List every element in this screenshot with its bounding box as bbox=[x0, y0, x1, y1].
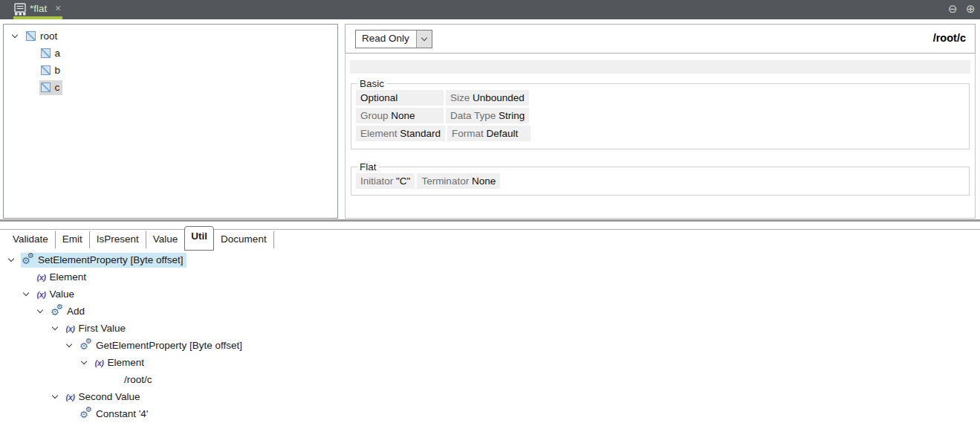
property-chip: Optional bbox=[356, 90, 444, 106]
tree-item-label: a bbox=[55, 48, 61, 59]
properties-header: Read Only /root/c bbox=[345, 24, 976, 54]
tree-item[interactable]: /root/c bbox=[0, 371, 980, 388]
tree-item-label: Element bbox=[107, 357, 144, 368]
expander[interactable] bbox=[11, 36, 25, 37]
collapse-icon[interactable]: ⊖ bbox=[948, 2, 958, 16]
variable-icon: (x) bbox=[66, 324, 75, 333]
script-tree: ⚙⚙SetElementProperty [Byte offset](x)Ele… bbox=[0, 251, 980, 422]
element-icon bbox=[41, 48, 51, 58]
chevron-down-icon[interactable] bbox=[80, 358, 86, 364]
row-content: (x)Second Value bbox=[65, 390, 143, 404]
property-value: None bbox=[391, 110, 415, 121]
property-label: Group bbox=[360, 110, 391, 121]
chevron-down-icon[interactable] bbox=[66, 341, 72, 346]
tree-item-label: GetElementProperty [Byte offset] bbox=[96, 340, 242, 351]
row-content: root bbox=[25, 29, 60, 44]
function-gear-icon: ⚙⚙ bbox=[22, 254, 35, 266]
property-label: Initiator bbox=[360, 175, 396, 187]
tree-item[interactable]: root bbox=[4, 28, 337, 45]
tree-item-label: Value bbox=[49, 288, 74, 300]
element-icon bbox=[41, 83, 51, 92]
row-content: ⚙⚙Add bbox=[50, 304, 88, 319]
tree-item[interactable]: a bbox=[4, 45, 337, 62]
row-content: (x)First Value bbox=[65, 321, 129, 336]
tree-item[interactable]: ⚙⚙Constant '4' bbox=[0, 405, 980, 422]
property-value: Standard bbox=[400, 128, 441, 139]
tree-item[interactable]: (x)First Value bbox=[0, 320, 980, 337]
expander[interactable] bbox=[7, 259, 21, 261]
tree-item[interactable]: ⚙⚙Add bbox=[0, 303, 980, 320]
property-value: Unbounded bbox=[473, 92, 525, 103]
expander[interactable] bbox=[80, 362, 94, 364]
property-value: Optional bbox=[360, 92, 397, 103]
tree-item-label: Constant '4' bbox=[96, 408, 148, 419]
function-gear-icon: ⚙⚙ bbox=[80, 339, 93, 352]
expander[interactable] bbox=[51, 396, 65, 398]
element-icon bbox=[26, 31, 36, 41]
row-content: (x)Element bbox=[36, 270, 89, 285]
flat-group: Flat Initiator "C"Terminator None bbox=[351, 161, 970, 196]
tree-item-label: b bbox=[55, 65, 61, 76]
row-content: ⚙⚙Constant '4' bbox=[79, 407, 151, 422]
basic-group: Basic OptionalSize UnboundedGroup NoneDa… bbox=[351, 78, 970, 149]
tree-item[interactable]: (x)Element bbox=[0, 268, 980, 286]
property-value: None bbox=[472, 175, 496, 187]
tree-item[interactable]: (x)Element bbox=[0, 354, 980, 371]
document-type-icon bbox=[14, 3, 27, 16]
description-bar bbox=[350, 60, 970, 74]
variable-icon: (x) bbox=[95, 358, 104, 367]
mode-select[interactable]: Read Only bbox=[355, 30, 432, 48]
expander[interactable] bbox=[51, 328, 65, 329]
chevron-down-icon[interactable] bbox=[416, 30, 432, 48]
script-panel: ValidateEmitIsPresentValueUtilDocument ⚙… bbox=[0, 222, 980, 432]
tree-item[interactable]: (x)Second Value bbox=[0, 388, 980, 405]
property-value: String bbox=[499, 110, 525, 121]
document-tab-label[interactable]: *flat bbox=[30, 3, 47, 14]
property-chip: Initiator "C" bbox=[356, 173, 415, 189]
function-gear-icon: ⚙⚙ bbox=[80, 407, 93, 420]
tree-item[interactable]: c bbox=[4, 79, 337, 96]
active-tab-underline bbox=[13, 16, 62, 19]
chevron-down-icon[interactable] bbox=[51, 323, 57, 329]
row-content: b bbox=[39, 63, 64, 78]
tab-ispresent[interactable]: IsPresent bbox=[90, 231, 146, 249]
chevron-down-icon[interactable] bbox=[37, 306, 43, 312]
tree-item-label: /root/c bbox=[124, 374, 152, 385]
tab-validate[interactable]: Validate bbox=[6, 231, 56, 249]
expander[interactable] bbox=[36, 311, 50, 312]
variable-icon: (x) bbox=[37, 290, 46, 299]
tree-item[interactable]: ⚙⚙SetElementProperty [Byte offset] bbox=[0, 251, 980, 268]
chevron-down-icon[interactable] bbox=[8, 255, 14, 261]
flat-group-legend: Flat bbox=[357, 161, 379, 173]
property-row: OptionalSize Unbounded bbox=[356, 90, 964, 106]
tab-util[interactable]: Util bbox=[184, 226, 214, 251]
property-chip: Format Default bbox=[447, 126, 530, 141]
chevron-down-icon[interactable] bbox=[51, 392, 57, 398]
chevron-down-icon[interactable] bbox=[12, 31, 18, 37]
row-content: ⚙⚙GetElementProperty [Byte offset] bbox=[79, 338, 245, 353]
expand-icon[interactable]: ⊕ bbox=[966, 2, 976, 16]
schema-tree-panel: rootabc bbox=[3, 24, 338, 219]
row-content: /root/c bbox=[108, 373, 155, 387]
property-chip: Group None bbox=[356, 108, 444, 123]
expander[interactable] bbox=[65, 345, 79, 346]
close-tab-icon[interactable]: × bbox=[55, 2, 61, 14]
chevron-down-icon[interactable] bbox=[22, 289, 28, 295]
application-window: { "titlebar": { "tab_label": "*flat", "c… bbox=[0, 0, 980, 432]
tree-item[interactable]: b bbox=[4, 62, 337, 79]
tab-value[interactable]: Value bbox=[146, 231, 185, 249]
tree-item[interactable]: ⚙⚙GetElementProperty [Byte offset] bbox=[0, 337, 980, 354]
row-content: a bbox=[39, 46, 64, 61]
property-row: Element StandardFormat Default bbox=[356, 126, 964, 141]
tree-item-label: root bbox=[40, 30, 57, 42]
property-chip: Element Standard bbox=[356, 126, 445, 141]
tree-item-label: Element bbox=[49, 271, 86, 283]
property-row: Group NoneData Type String bbox=[356, 108, 964, 123]
tree-item[interactable]: (x)Value bbox=[0, 286, 980, 303]
script-tab-bar: ValidateEmitIsPresentValueUtilDocument bbox=[0, 229, 980, 250]
expander[interactable] bbox=[22, 294, 36, 295]
property-chip: Size Unbounded bbox=[446, 90, 529, 106]
tab-document[interactable]: Document bbox=[214, 231, 274, 249]
tab-emit[interactable]: Emit bbox=[56, 231, 90, 249]
element-icon bbox=[41, 65, 51, 75]
